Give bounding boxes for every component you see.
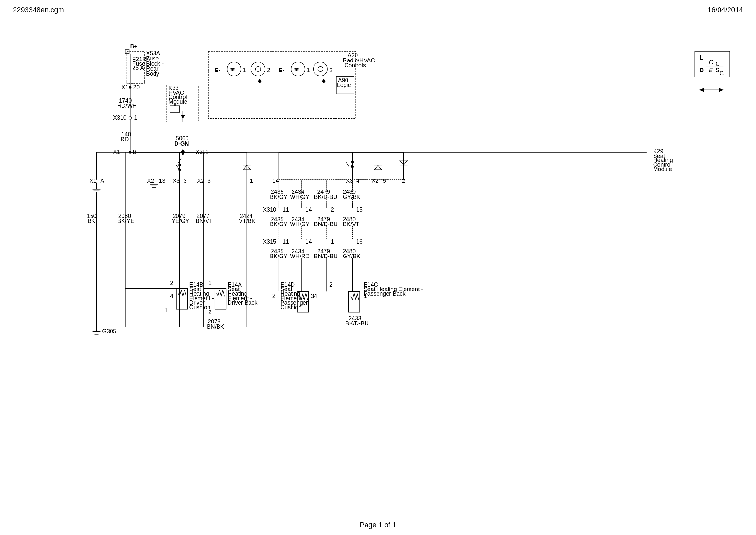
x310-15: 15 [356,206,363,213]
diagram-area: B+ X53A Fuse Block - Rear Body F21RA Fus… [13,19,743,519]
module-label2: Module [653,166,672,172]
wire-gybk-1: GY/BK [343,194,361,200]
wire-bkdbu-1: BK/D-BU [314,194,338,200]
module-label: Module [168,98,187,105]
e-left-2: E- [279,67,285,73]
e14b-cushion: Cushion [189,304,210,311]
wire-vtbk: VT/BK [239,218,256,224]
x1-20-label: X1 [122,84,129,91]
e14d-num-3: 3 [311,293,314,299]
x1-20-num: 20 [133,84,140,91]
svg-point-34 [255,66,260,71]
wire-bkdbu-bot: BK/D-BU [345,320,369,327]
wire-whrd-3: WH/RD [290,253,309,259]
svg-rect-81 [176,288,188,309]
fan-symbol-1: ✾ [230,66,235,72]
x2-13: 13 [159,178,166,184]
wire-rdwh: RD/WH [117,102,137,109]
wire-bnbu-3: BN/D-BU [314,253,338,259]
wire-rd: RD [121,136,129,143]
svg-marker-28 [181,116,185,119]
e14c-num-2: 2 [329,281,333,288]
page-label: Page [360,521,376,529]
x3-3: 3 [184,178,187,184]
legend-sc2: C [720,70,724,77]
svg-marker-95 [181,149,185,152]
svg-rect-0 [125,50,129,54]
page-footer: Page 1 of 1 [0,521,756,529]
svg-point-33 [251,62,265,76]
svg-marker-86 [699,88,704,92]
logic-label: Logic [337,82,351,88]
x1-b-label: X1 [113,149,120,155]
svg-point-37 [318,66,323,71]
branch-1: 1 [250,178,254,184]
legend-c: C [716,61,720,67]
x2-3: 3 [207,178,211,184]
svg-marker-39 [257,79,262,82]
x1-a: X1 [90,178,97,184]
svg-rect-82 [215,288,226,309]
x310-14: 14 [306,206,312,213]
e14a-driver-back: Driver Back [228,299,257,306]
x310-11: 11 [283,206,289,213]
wire-gybk-3: GY/BK [343,253,361,259]
num-2: 2 [267,67,270,73]
svg-point-36 [313,62,328,76]
legend-l: L [699,54,703,61]
x310-label: X310 [113,115,127,121]
total-pages: 1 [392,521,396,529]
wire-bkye: BK/YE [117,218,134,224]
fuse-25a: 25 A [132,65,144,71]
x2-label: X2 [147,178,154,184]
e14a-num-2: 2 [208,309,212,315]
x2-3-label: X2 [197,178,204,184]
doc-date: 16/04/2014 [708,6,743,14]
num-1b: 1 [307,67,310,73]
e14b-num-4: 4 [170,293,173,299]
e14d-cushion: Cushion [281,304,302,311]
e14c-pass: Passenger Back [364,291,406,297]
wire-whgy-1: WH/GY [290,194,309,200]
legend-o: O [709,59,714,66]
wire-dgn: D-GN [174,140,189,147]
wire-yegy: YE/GY [172,218,189,224]
e14d-num-2: 2 [273,293,276,299]
svg-marker-87 [719,88,724,92]
svg-rect-31 [208,51,356,119]
legend-e: E [709,67,713,73]
x1-a-letter: A [100,178,104,184]
legend-sc: S [716,67,719,73]
e-left-1: E- [215,67,221,73]
wire-bk: BK [88,218,95,224]
x3-11: X3 [196,149,202,155]
bplus-label: B+ [130,43,137,49]
e14a-num-1: 1 [208,280,212,286]
fan-symbol-2: ✾ [294,66,299,72]
branch-2: 2 [402,178,405,184]
wire-bkvt-2: BK/VT [343,221,360,227]
x2-5: 5 [383,178,386,184]
e14b-num-2: 2 [170,280,173,286]
x3-4: X3 [346,178,353,184]
svg-point-5 [129,117,131,119]
x315-1: 1 [331,239,334,245]
svg-marker-40 [257,82,262,83]
svg-rect-24 [170,106,180,112]
page-number: 1 [378,521,382,529]
x315-14: 14 [306,239,312,245]
x310-1: 1 [134,115,137,121]
svg-marker-41 [321,79,326,82]
fuse-block-body: Body [146,70,159,77]
x310-2: 2 [331,206,334,213]
num-2b: 2 [329,67,333,73]
x315-11: 11 [283,239,289,245]
x3-3-label: X3 [173,178,180,184]
doc-id: 2293348en.cgm [13,6,64,14]
g305-label: G305 [102,328,116,334]
x2-5-label: X2 [372,178,379,184]
wire-bnbk: BN/BK [207,324,224,330]
e14b-num-1: 1 [165,307,168,314]
controls-label: Controls [344,62,366,69]
wire-bnbd-2: BN/D-BU [314,221,338,227]
